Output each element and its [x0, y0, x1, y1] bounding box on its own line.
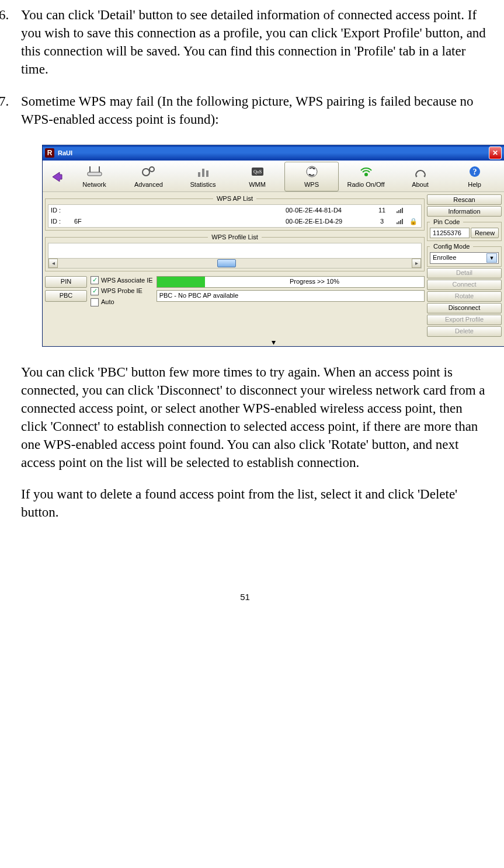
chevron-down-icon: ▼ — [486, 253, 497, 263]
toolbar-wps[interactable]: WPS — [284, 162, 339, 191]
svg-text:QoS: QoS — [253, 169, 261, 175]
expand-caret-icon[interactable]: ▾ — [43, 339, 504, 346]
list-number: 6. — [0, 6, 9, 24]
scroll-left-button[interactable]: ◂ — [48, 259, 58, 268]
toolbar-label: Network — [82, 180, 106, 189]
group-legend: Config Mode — [430, 242, 473, 251]
checkbox-label: WPS Associate IE — [101, 276, 153, 285]
window-title: RaUI — [58, 149, 489, 158]
app-icon: R — [45, 148, 54, 158]
paragraph: You can click 'PBC' button few more time… — [21, 363, 490, 472]
config-mode-select[interactable]: Enrollee ▼ — [430, 252, 499, 264]
ap-row[interactable]: ID : 00-0E-2E-44-81-D4 11 — [48, 205, 421, 216]
svg-rect-6 — [202, 169, 204, 177]
svg-point-4 — [150, 167, 154, 172]
export-profile-button[interactable]: Export Profile — [427, 315, 502, 325]
toolbar-label: WMM — [249, 180, 266, 189]
checkbox-column: WPS Associate IE WPS Probe IE Auto — [91, 276, 153, 307]
scroll-thumb[interactable] — [217, 259, 236, 267]
qos-icon: QoS — [249, 164, 266, 179]
wps-icon — [305, 164, 319, 179]
rotate-button[interactable]: Rotate — [427, 291, 502, 302]
auto-checkbox[interactable]: Auto — [91, 298, 153, 306]
page-number: 51 — [0, 591, 490, 603]
gears-icon — [141, 164, 157, 179]
numbered-list: 6. You can click 'Detail' button to see … — [0, 6, 490, 521]
svg-text:?: ? — [472, 168, 477, 176]
list-item-7: 7. Sometime WPS may fail (In the followi… — [0, 92, 490, 521]
ap-name: 6F — [74, 217, 144, 226]
pbc-button[interactable]: PBC — [45, 290, 87, 302]
window-titlebar[interactable]: R RaUI ✕ — [43, 145, 504, 161]
ap-id-label: ID : — [51, 217, 74, 226]
help-icon: ? — [468, 164, 482, 179]
group-legend: WPS Profile List — [208, 233, 261, 242]
ap-id-label: ID : — [51, 206, 74, 215]
renew-button[interactable]: Renew — [471, 228, 499, 238]
toolbar-help[interactable]: ? Help — [447, 162, 502, 191]
profile-list[interactable]: ◂ ▸ — [48, 243, 422, 269]
client-area: WPS AP List ID : 00-0E-2E-44-81-D4 11 — [43, 192, 504, 339]
svg-rect-7 — [206, 170, 208, 177]
back-arrow-button[interactable] — [45, 162, 67, 191]
ap-list[interactable]: ID : 00-0E-2E-44-81-D4 11 ID : — [48, 204, 422, 228]
ap-mac: 00-0E-2E-E1-D4-29 — [286, 217, 367, 226]
disconnect-button[interactable]: Disconnect — [427, 303, 502, 313]
close-button[interactable]: ✕ — [489, 147, 502, 159]
progress-bar: Progress >> 10% — [157, 276, 425, 288]
pin-code-group: Pin Code 11255376 Renew — [427, 218, 502, 241]
toolbar-statistics[interactable]: Statistics — [176, 162, 230, 191]
scroll-right-button[interactable]: ▸ — [412, 259, 421, 268]
left-column: WPS AP List ID : 00-0E-2E-44-81-D4 11 — [45, 194, 425, 337]
toolbar-wmm[interactable]: QoS WMM — [230, 162, 284, 191]
checkbox-label: WPS Probe IE — [101, 287, 142, 295]
pin-button[interactable]: PIN — [45, 276, 87, 288]
paragraph: If you want to delete a found access poi… — [21, 485, 490, 521]
information-button[interactable]: Information — [427, 206, 502, 217]
progress-area: Progress >> 10% PBC - No PBC AP availabl… — [157, 276, 425, 302]
bottom-controls: PIN PBC WPS Associate IE WPS Probe IE Au… — [45, 276, 425, 307]
ap-mac: 00-0E-2E-44-81-D4 — [286, 206, 367, 215]
wps-profile-list-group: WPS Profile List ◂ ▸ — [45, 233, 425, 271]
pin-code-value: 11255376 — [430, 228, 470, 238]
svg-point-3 — [142, 169, 150, 176]
raui-window: R RaUI ✕ Network — [42, 145, 504, 347]
toolbar-label: About — [412, 180, 429, 189]
ap-channel: 11 — [367, 206, 397, 215]
screenshot-figure: R RaUI ✕ Network — [42, 145, 490, 347]
router-icon — [85, 164, 104, 179]
signal-icon — [397, 218, 408, 224]
toolbar-radio[interactable]: Radio On/Off — [339, 162, 393, 191]
rescan-button[interactable]: Rescan — [427, 194, 502, 205]
chart-icon — [196, 164, 210, 179]
horizontal-scrollbar[interactable]: ◂ ▸ — [48, 258, 421, 268]
wps-associate-ie-checkbox[interactable]: WPS Associate IE — [91, 276, 153, 285]
toolbar-label: Advanced — [134, 180, 163, 189]
list-number: 7. — [0, 92, 9, 110]
wps-probe-ie-checkbox[interactable]: WPS Probe IE — [91, 287, 153, 295]
toolbar-network[interactable]: Network — [67, 162, 121, 191]
back-arrow-icon — [48, 169, 64, 185]
scroll-track[interactable] — [58, 259, 412, 268]
toolbar-advanced[interactable]: Advanced — [121, 162, 176, 191]
config-mode-group: Config Mode Enrollee ▼ — [427, 242, 502, 267]
toolbar-about[interactable]: About — [393, 162, 447, 191]
signal-icon — [397, 207, 408, 213]
list-item-6: 6. You can click 'Detail' button to see … — [0, 6, 490, 78]
svg-rect-5 — [198, 172, 200, 177]
delete-button[interactable]: Delete — [427, 326, 502, 337]
detail-button[interactable]: Detail — [427, 268, 502, 278]
toolbar-label: Statistics — [190, 180, 215, 189]
toolbar-label: Help — [468, 180, 481, 189]
toolbar-label: WPS — [304, 180, 319, 189]
ap-row[interactable]: ID : 6F 00-0E-2E-E1-D4-29 3 🔒 — [48, 216, 421, 227]
group-legend: Pin Code — [430, 218, 463, 226]
wps-ap-list-group: WPS AP List ID : 00-0E-2E-44-81-D4 11 — [45, 194, 425, 231]
svg-point-13 — [364, 173, 368, 176]
connect-button[interactable]: Connect — [427, 280, 502, 290]
ap-channel: 3 — [367, 217, 397, 226]
radio-icon — [359, 164, 373, 179]
progress-label: Progress >> 10% — [205, 277, 424, 287]
lock-icon: 🔒 — [408, 217, 419, 226]
about-icon — [413, 164, 427, 179]
